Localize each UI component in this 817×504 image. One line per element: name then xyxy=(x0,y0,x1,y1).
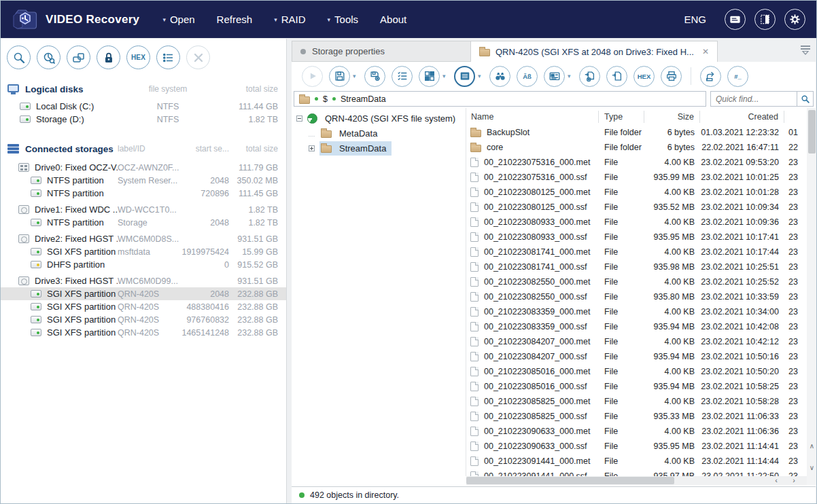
disk-image-button[interactable] xyxy=(67,46,90,69)
partition-row[interactable]: SGI XFS partitionQRN-420S2048232.88 GB xyxy=(1,287,286,300)
drive-row[interactable]: Drive2: Fixed HGST ...WMC6M0D8S...931.51… xyxy=(1,232,286,245)
file-row[interactable]: 00_210223075316_000.ssfFile935.99 MB23.0… xyxy=(466,170,807,185)
dropdown-caret-icon[interactable]: ▾ xyxy=(442,73,448,79)
collapse-icon[interactable] xyxy=(296,115,302,122)
search-icon[interactable] xyxy=(797,92,813,106)
menu-open[interactable]: ▾Open xyxy=(162,14,194,25)
partition-row[interactable]: NTFS partitionStorage20481.82 TB xyxy=(1,216,286,229)
print-button[interactable] xyxy=(661,66,682,87)
dropdown-caret-icon[interactable]: ▾ xyxy=(353,73,358,79)
tree-node-metadata[interactable]: MetaData xyxy=(292,126,466,141)
sector-map-button[interactable]: #_ xyxy=(727,66,748,87)
tree-node-root[interactable]: QRN-420S (SGI XFS file system) xyxy=(292,111,466,126)
decrypt-storage-button[interactable] xyxy=(97,46,120,69)
task-list-button[interactable] xyxy=(392,66,413,87)
partition-row[interactable]: SGI XFS partitionQRN-420S976760832232.88… xyxy=(1,313,286,326)
save-button[interactable] xyxy=(329,66,350,87)
logical-disk-row[interactable]: Storage (D:)NTFS1.82 TB xyxy=(1,113,286,126)
tiles-view-button[interactable] xyxy=(419,66,440,87)
storage-analysis-button[interactable] xyxy=(37,46,60,69)
language-selector[interactable]: ENG xyxy=(684,14,706,25)
file-row[interactable]: 00_210223082550_000.metFile4.00 KB23.02.… xyxy=(466,274,807,289)
copy-with-options-button[interactable] xyxy=(579,66,600,87)
file-row[interactable]: 00_210223082550_000.ssfFile935.80 MB23.0… xyxy=(466,289,807,304)
scan-lost-data-button[interactable] xyxy=(7,46,31,69)
partition-row[interactable]: NTFS partitionSystem Reser...2048350.02 … xyxy=(1,174,286,187)
file-row[interactable]: 00_210223080933_000.ssfFile935.95 MB23.0… xyxy=(466,230,807,245)
quick-find-input[interactable] xyxy=(711,92,797,106)
breadcrumb-segment-folder[interactable]: StreamData xyxy=(341,94,386,104)
file-row[interactable]: 00_210223084207_000.metFile4.00 KB23.02.… xyxy=(466,334,807,349)
file-row[interactable]: 00_210223083359_000.metFile4.00 KB23.02.… xyxy=(466,304,807,319)
column-header-overflow[interactable] xyxy=(784,111,807,123)
file-row[interactable]: coreFile folder6 bytes22.02.2021 16:47:1… xyxy=(466,140,807,155)
menu-raid[interactable]: ▾RAID xyxy=(274,14,305,25)
scrollbar-thumb[interactable] xyxy=(808,110,816,154)
drive-row[interactable]: Drive3: Fixed HGST ...WMC6M0D99...931.51… xyxy=(1,274,286,287)
file-row[interactable]: 00_210223085016_000.metFile4.00 KB23.02.… xyxy=(466,364,807,379)
column-header-type[interactable]: Type xyxy=(599,111,644,123)
tab-inactive[interactable]: Storage properties xyxy=(292,41,470,62)
file-row[interactable]: 00_210223085016_000.ssfFile935.94 MB23.0… xyxy=(466,379,807,394)
file-row[interactable]: 00_210223075316_000.metFile4.00 KB23.02.… xyxy=(466,155,807,170)
drive-row[interactable]: Drive0: Fixed OCZ-V...OCZ-AWNZ0F...111.7… xyxy=(1,161,286,174)
tab-list-icon[interactable] xyxy=(799,44,812,55)
list-view-button[interactable] xyxy=(454,66,475,87)
file-row[interactable]: 00_210223090633_000.metFile4.00 KB23.02.… xyxy=(466,424,807,439)
vertical-scrollbar[interactable]: ∧ ∨ xyxy=(807,108,817,485)
file-row[interactable]: 00_210223085825_000.ssfFile935.33 MB23.0… xyxy=(466,409,807,424)
file-row[interactable]: 00_210223080125_000.metFile4.00 KB23.02.… xyxy=(466,185,807,200)
save-options-button[interactable] xyxy=(364,66,385,87)
file-row[interactable]: 00_210223083359_000.ssfFile935.94 MB23.0… xyxy=(466,319,807,334)
menu-about[interactable]: About xyxy=(380,14,406,25)
breadcrumb-segment-root[interactable]: $ xyxy=(323,94,328,104)
tab-active[interactable]: QRN-420S (SGI XFS at 2048 on Drive3: Fix… xyxy=(470,41,718,62)
file-row[interactable]: 00_210223081741_000.metFile4.00 KB23.02.… xyxy=(466,245,807,259)
properties-button[interactable] xyxy=(156,46,180,69)
panel-toggle-icon[interactable] xyxy=(754,9,776,30)
goto-offset-button[interactable] xyxy=(700,66,721,87)
scrollbar-thumb[interactable] xyxy=(466,477,674,484)
scroll-left-icon[interactable]: ‹ xyxy=(770,476,782,485)
copy-files-button[interactable] xyxy=(606,66,627,87)
scroll-right-icon[interactable]: › xyxy=(788,476,800,485)
breadcrumb[interactable]: $ StreamData xyxy=(294,91,706,107)
dropdown-caret-icon[interactable]: ▾ xyxy=(478,73,483,79)
column-header-name[interactable]: Name xyxy=(466,111,599,123)
file-row[interactable]: 00_210223080125_000.ssfFile935.52 MB23.0… xyxy=(466,200,807,215)
file-row[interactable]: 00_210223084207_000.ssfFile935.94 MB23.0… xyxy=(466,349,807,364)
partition-row[interactable]: SGI XFS partitionmsftdata191997542415.99… xyxy=(1,245,286,258)
preview-pane-button[interactable] xyxy=(544,66,565,87)
partition-row[interactable]: NTFS partition720896111.45 GB xyxy=(1,187,286,200)
file-row[interactable]: 00_210223090633_000.ssfFile935.95 MB23.0… xyxy=(466,439,807,454)
console-icon[interactable] xyxy=(725,9,746,30)
hex-button[interactable]: HEX xyxy=(633,66,655,87)
find-button[interactable] xyxy=(489,66,510,87)
file-row[interactable]: 00_210223080933_000.metFile4.00 KB23.02.… xyxy=(466,215,807,230)
menu-tools[interactable]: ▾Tools xyxy=(328,14,359,25)
settings-gear-icon[interactable] xyxy=(784,9,805,30)
scroll-up-icon[interactable]: ∧ xyxy=(807,441,817,452)
partition-row[interactable]: SGI XFS partitionQRN-420S1465141248232.8… xyxy=(1,326,286,339)
column-header-created[interactable]: Created xyxy=(700,111,784,123)
menu-refresh[interactable]: Refresh xyxy=(217,14,253,25)
file-row[interactable]: BackupSlotFile folder6 bytes01.03.2021 1… xyxy=(466,125,807,140)
file-row[interactable]: 00_210223085825_000.metFile4.00 KB23.02.… xyxy=(466,394,807,409)
file-row[interactable]: 00_210223091441_000.ssfFile935.97 MB23.0… xyxy=(466,469,807,476)
scroll-down-icon[interactable]: ∨ xyxy=(807,463,817,473)
hex-view-button[interactable]: HEX xyxy=(126,46,150,69)
horizontal-scrollbar[interactable]: ‹ › xyxy=(466,476,807,485)
partition-row[interactable]: SGI XFS partitionQRN-420S488380416232.88… xyxy=(1,300,286,313)
logical-disk-row[interactable]: Local Disk (C:)NTFS111.44 GB xyxy=(1,100,286,113)
column-header-size[interactable]: Size xyxy=(644,111,700,123)
drive-row[interactable]: Drive1: Fixed WDC ...WD-WCC1T0...1.82 TB xyxy=(1,203,286,216)
file-row[interactable]: 00_210223081741_000.ssfFile935.98 MB23.0… xyxy=(466,259,807,274)
encoding-button[interactable]: Āß xyxy=(517,66,538,87)
expand-icon[interactable] xyxy=(309,145,315,151)
close-icon[interactable]: ✕ xyxy=(702,47,709,56)
tree-node-streamdata[interactable]: StreamData xyxy=(292,141,466,156)
dropdown-caret-icon[interactable]: ▾ xyxy=(568,73,573,79)
storage-name: Drive0: Fixed OCZ-V... xyxy=(1,162,118,173)
partition-row[interactable]: DHFS partition0915.52 GB xyxy=(1,258,286,271)
file-row[interactable]: 00_210223091441_000.metFile4.00 KB23.02.… xyxy=(466,454,807,469)
